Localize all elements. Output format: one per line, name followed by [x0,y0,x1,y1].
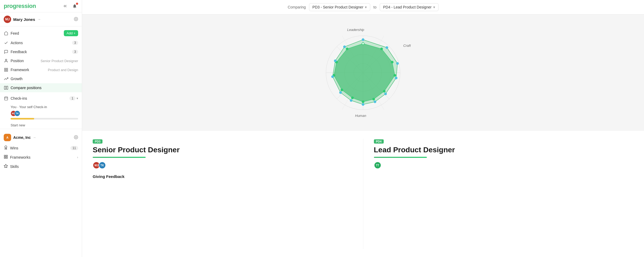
company-avatar: A [4,134,11,141]
company-nav-skills[interactable]: Skills [0,162,82,171]
radar-label-craft: Craft [403,44,411,48]
company-nav-frameworks[interactable]: Frameworks › [0,153,82,162]
svg-rect-8 [5,97,8,100]
notification-dot [76,3,78,5]
growth-label: Growth [11,77,23,81]
frameworks-label: Frameworks [10,155,30,159]
framework-icon [4,67,8,72]
wins-badge: 11 [70,146,78,150]
frameworks-icon [4,155,8,160]
left-select-value: PD3 - Senior Product Designer [312,5,363,9]
sidebar-item-framework[interactable]: Framework Product and Design [0,65,82,74]
comparison-section: PD3 Senior Product Designer MJ TK Giving… [82,131,644,257]
company-info[interactable]: A Acme, Inc → [4,134,36,141]
svg-point-31 [362,43,364,45]
radar-label-human: Human [355,114,366,118]
checkins-chevron-icon: ▾ [77,97,78,100]
comparison-col-right: PD4 Lead Product Designer TT [363,139,634,249]
sidebar-item-compare[interactable]: Compare positions [0,83,82,92]
sidebar: progression MJ Mary Jones → [0,0,82,257]
company-settings-icon[interactable] [74,135,78,140]
svg-point-34 [394,74,396,76]
right-position-avatars: TT [374,162,634,169]
svg-rect-4 [6,70,8,71]
feedback-icon [4,49,8,54]
sidebar-header: progression [0,0,82,12]
top-bar: Comparing PD3 - Senior Product Designer … [82,0,644,15]
right-level-badge: PD4 [374,139,384,144]
radar-label-leadership: Leadership [347,28,364,32]
right-select-chevron-icon: ▾ [433,5,435,9]
svg-rect-15 [6,155,7,157]
skills-icon [4,164,8,169]
svg-point-1 [5,59,7,61]
svg-point-42 [346,48,348,50]
right-position-title: Lead Product Designer [374,146,634,154]
avatar: MJ [4,16,11,23]
checkins-header[interactable]: Check-ins 1 ▾ [0,94,82,103]
sidebar-item-growth[interactable]: Growth [0,74,82,83]
left-select[interactable]: PD3 - Senior Product Designer ▾ [309,3,370,11]
svg-point-32 [381,48,383,50]
svg-point-33 [391,61,393,63]
svg-point-12 [75,137,77,138]
nav-section: Feed Add + Actions 3 [0,26,82,94]
feed-label: Feed [11,31,19,35]
compare-label: Compare positions [11,86,42,90]
collapse-button[interactable] [62,3,69,10]
user-chevron-icon: → [37,17,41,21]
framework-sub-label: Product and Design [48,68,78,72]
right-position-progress [374,157,427,158]
sidebar-item-actions[interactable]: Actions 3 [0,38,82,47]
add-button[interactable]: Add + [64,30,78,36]
checkins-section: Check-ins 1 ▾ You · Your self Check-in M… [0,94,82,129]
svg-point-43 [386,47,388,49]
growth-icon [4,76,8,81]
radar-chart: Leadership Craft Human [313,22,413,123]
user-section[interactable]: MJ Mary Jones → [0,12,82,26]
notifications-button[interactable] [71,3,78,10]
start-new-link[interactable]: Start new [0,122,82,129]
sidebar-item-feed[interactable]: Feed Add + [0,28,82,38]
right-select-value: PD4 - Lead Product Designer [383,5,432,9]
svg-point-48 [362,103,364,105]
company-nav-wins[interactable]: Wins 11 [0,143,82,153]
company-section: A Acme, Inc → Wins 11 [0,129,82,171]
svg-rect-6 [4,86,6,89]
svg-rect-7 [6,86,8,89]
svg-point-44 [396,62,399,65]
actions-label: Actions [11,41,23,45]
checkin-progress-bg [11,118,78,120]
svg-point-50 [339,91,342,94]
sidebar-header-icons [62,3,78,10]
svg-point-47 [374,101,376,103]
left-section-label: Giving Feedback [93,174,352,179]
right-select[interactable]: PD4 - Lead Product Designer ▾ [380,3,439,11]
sidebar-item-feedback[interactable]: Feedback 3 [0,47,82,56]
comparing-label: Comparing [288,5,306,9]
logo-text: progression [4,3,36,10]
sidebar-item-position[interactable]: Position Senior Product Designer [0,56,82,65]
to-label: to [373,5,377,9]
left-position-progress [93,157,146,158]
position-sub-label: Senior Product Designer [41,59,78,63]
company-name: Acme, Inc [13,135,31,140]
svg-rect-2 [5,68,6,70]
svg-rect-14 [4,155,6,157]
left-position-title: Senior Product Designer [93,146,352,154]
left-avatar-2: TK [99,162,106,169]
feedback-label: Feedback [11,50,27,54]
checkin-avatar-2: TK [14,111,20,116]
svg-point-38 [351,97,354,99]
right-avatar-1: TT [374,162,381,169]
checkin-item[interactable]: You · Your self Check-in MJ TK [0,103,82,122]
user-settings-icon[interactable] [74,17,78,22]
position-icon [4,58,8,63]
svg-point-49 [350,99,352,102]
checkin-progress-fill [11,118,34,120]
wins-icon [4,145,8,150]
main-content: Comparing PD3 - Senior Product Designer … [82,0,644,257]
svg-point-13 [5,146,7,148]
radar-svg [313,22,413,123]
feed-icon [4,31,8,36]
